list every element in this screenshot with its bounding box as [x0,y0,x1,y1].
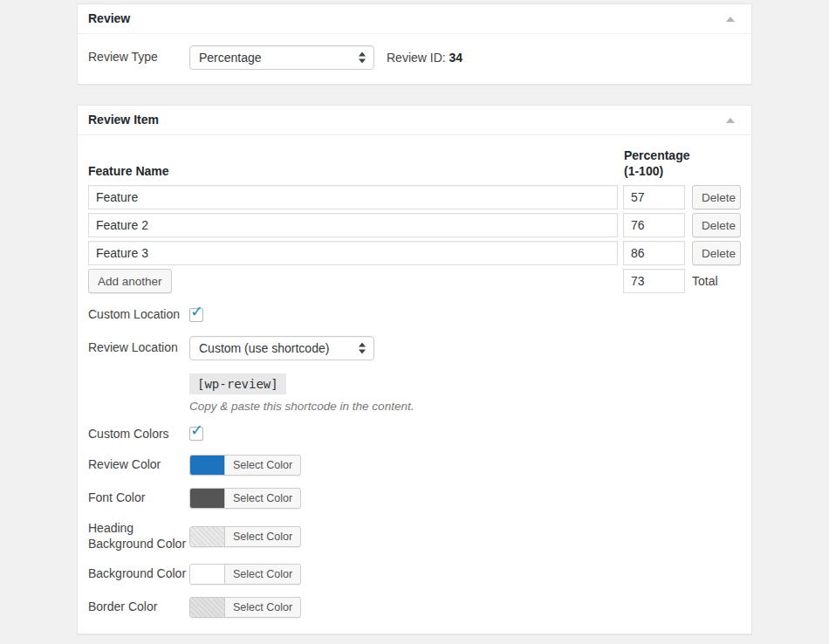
font-color-picker-button[interactable]: Select Color [189,488,301,509]
background-color-picker-button[interactable]: Select Color [189,564,301,585]
review-type-selected-value: Percentage [199,51,262,65]
review-id-text: Review ID: 34 [387,51,462,65]
color-label: Border Color [88,599,189,615]
review-panel: Review Review Type Percentage Review ID:… [77,3,752,85]
select-stepper-icon [359,342,366,353]
select-color-label: Select Color [225,456,300,475]
custom-colors-label: Custom Colors [88,427,189,442]
color-label: Heading Background Color [88,521,189,552]
check-icon: ✓ [190,304,203,319]
select-color-label: Select Color [225,489,300,508]
review-panel-body: Review Type Percentage Review ID: 34 [78,34,751,84]
review-location-select[interactable]: Custom (use shortcode) [189,336,374,360]
color-swatch [190,489,225,508]
select-color-label: Select Color [225,565,300,584]
feature-table-header: Feature Name Percentage (1-100) [88,148,741,179]
color-swatch [190,598,225,617]
color-swatch [190,527,225,546]
feature-percentage-input[interactable] [623,241,685,265]
custom-location-checkbox[interactable]: ✓ [189,308,203,322]
color-swatch [190,565,225,584]
color-label: Review Color [88,457,189,473]
custom-location-label: Custom Location [88,307,189,323]
feature-row: Delete [88,185,741,209]
color-label: Background Color [88,566,189,582]
review-id-label: Review ID: [387,51,446,65]
review-item-panel-title: Review Item [88,112,159,129]
feature-row: Delete [88,241,741,265]
total-label: Total [692,274,741,288]
review-type-label: Review Type [88,50,189,65]
delete-button[interactable]: Delete [692,213,741,237]
review-id-value: 34 [449,51,463,65]
collapse-triangle-icon [726,118,735,123]
review-item-panel-header: Review Item [78,106,751,135]
review-item-panel-collapse-button[interactable] [720,110,741,131]
review-color-picker-button[interactable]: Select Color [189,455,301,476]
color-swatch [190,456,225,475]
add-another-button[interactable]: Add another [88,269,172,293]
feature-percentage-input[interactable] [623,185,685,209]
feature-row: Delete [88,213,741,237]
percentage-header: Percentage (1-100) [624,148,741,179]
check-icon: ✓ [190,422,203,438]
color-label: Font Color [88,490,189,506]
review-panel-collapse-button[interactable] [720,9,741,30]
total-input[interactable] [623,269,685,293]
shortcode-box: [wp-review] [189,373,286,394]
meta-boxes-column: Review Review Type Percentage Review ID:… [77,3,752,644]
feature-name-header: Feature Name [88,164,624,180]
feature-name-input[interactable] [88,241,618,265]
feature-table-footer: Add another Total [88,269,741,293]
feature-percentage-input[interactable] [623,213,685,237]
review-panel-header: Review [78,4,751,34]
select-stepper-icon [359,52,366,64]
review-location-label: Review Location [88,340,189,356]
feature-name-input[interactable] [88,213,618,237]
review-location-selected-value: Custom (use shortcode) [199,341,329,355]
delete-button[interactable]: Delete [692,185,741,209]
border-color-picker-button[interactable]: Select Color [189,597,301,618]
feature-name-input[interactable] [88,185,618,209]
custom-colors-checkbox[interactable]: ✓ [189,427,203,441]
collapse-triangle-icon [726,17,735,22]
feature-table: Feature Name Percentage (1-100) Delete D… [88,148,741,293]
review-panel-title: Review [88,10,130,28]
select-color-label: Select Color [225,527,300,546]
heading-background-color-picker-button[interactable]: Select Color [189,526,301,547]
delete-button[interactable]: Delete [692,241,741,265]
review-type-select[interactable]: Percentage [189,45,374,70]
review-item-panel: Review Item Feature Name Percentage (1-1… [77,105,752,634]
select-color-label: Select Color [225,598,300,617]
review-item-panel-body: Feature Name Percentage (1-100) Delete D… [78,135,751,634]
shortcode-hint: Copy & paste this shortcode in the conte… [189,400,414,413]
